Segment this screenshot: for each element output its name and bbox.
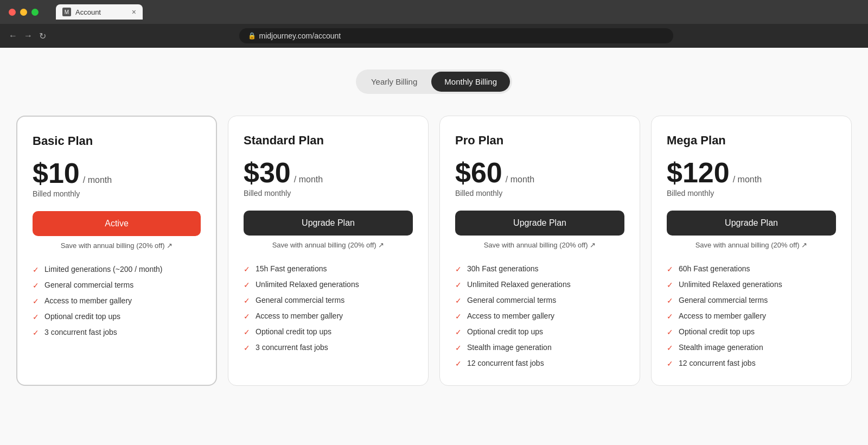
upgrade-plan-button[interactable]: Upgrade Plan — [244, 211, 413, 236]
billing-note: Billed monthly — [244, 189, 413, 198]
billing-toggle-section: Yearly Billing Monthly Billing — [11, 69, 857, 94]
plan-card-pro: Pro Plan $60 / month Billed monthly Upgr… — [439, 116, 640, 386]
feature-text: Optional credit top ups — [679, 327, 755, 336]
check-icon: ✓ — [455, 344, 462, 352]
back-button[interactable]: ← — [9, 31, 17, 41]
titlebar: M Account × — [0, 0, 868, 24]
yearly-billing-button[interactable]: Yearly Billing — [358, 72, 430, 92]
feature-item: ✓ 3 concurrent fast jobs — [244, 343, 413, 352]
feature-text: Unlimited Relaxed generations — [679, 280, 782, 289]
feature-item: ✓ 12 concurrent fast jobs — [667, 359, 836, 368]
price-period: / month — [506, 175, 534, 185]
check-icon: ✓ — [244, 296, 250, 305]
check-icon: ✓ — [244, 312, 250, 321]
feature-text: General commercial terms — [256, 296, 344, 304]
check-icon: ✓ — [33, 328, 39, 337]
features-list: ✓ 15h Fast generations ✓ Unlimited Relax… — [244, 264, 413, 352]
check-icon: ✓ — [667, 296, 673, 305]
monthly-billing-button[interactable]: Monthly Billing — [431, 72, 510, 92]
plan-price: $30 / month — [244, 158, 413, 187]
feature-item: ✓ Access to member gallery — [455, 312, 624, 321]
annual-save-text: Save with annual billing (20% off) ↗ — [455, 241, 624, 249]
plan-price: $10 / month — [33, 159, 201, 187]
feature-text: 12 concurrent fast jobs — [679, 359, 756, 367]
plan-price: $60 / month — [455, 158, 624, 187]
plan-name: Pro Plan — [455, 134, 624, 148]
feature-text: 3 concurrent fast jobs — [44, 328, 117, 336]
feature-text: Access to member gallery — [44, 296, 132, 305]
feature-text: Optional credit top ups — [44, 312, 120, 321]
browser-chrome: M Account × ← → ↻ 🔒 midjourney.com/accou… — [0, 0, 868, 48]
feature-text: General commercial terms — [467, 296, 556, 304]
plans-grid: Basic Plan $10 / month Billed monthly Ac… — [11, 116, 857, 386]
tab-title: Account — [75, 8, 101, 16]
feature-text: Access to member gallery — [256, 312, 343, 320]
forward-button[interactable]: → — [24, 31, 33, 41]
price-amount: $120 — [667, 158, 730, 187]
feature-item: ✓ General commercial terms — [455, 296, 624, 305]
feature-item: ✓ Stealth image generation — [667, 343, 836, 352]
upgrade-plan-button[interactable]: Upgrade Plan — [667, 211, 836, 236]
minimize-window-button[interactable] — [20, 9, 27, 16]
feature-item: ✓ Unlimited Relaxed generations — [667, 280, 836, 289]
plan-name: Standard Plan — [244, 134, 413, 148]
features-list: ✓ 30h Fast generations ✓ Unlimited Relax… — [455, 264, 624, 368]
plan-name: Basic Plan — [33, 134, 201, 148]
url-bar[interactable]: 🔒 midjourney.com/account — [239, 28, 673, 43]
check-icon: ✓ — [667, 328, 673, 336]
check-icon: ✓ — [667, 359, 673, 368]
price-period: / month — [294, 175, 323, 185]
check-icon: ✓ — [33, 281, 39, 290]
feature-item: ✓ General commercial terms — [244, 296, 413, 305]
feature-item: ✓ Optional credit top ups — [455, 327, 624, 336]
check-icon: ✓ — [455, 281, 462, 289]
price-period: / month — [83, 175, 112, 185]
check-icon: ✓ — [244, 265, 250, 274]
check-icon: ✓ — [455, 328, 462, 336]
feature-item: ✓ Access to member gallery — [667, 312, 836, 321]
feature-text: Limited generations (~200 / month) — [44, 265, 163, 274]
active-plan-button[interactable]: Active — [33, 211, 201, 236]
feature-item: ✓ 60h Fast generations — [667, 264, 836, 274]
billing-note: Billed monthly — [667, 189, 836, 198]
active-tab[interactable]: M Account × — [56, 4, 143, 20]
check-icon: ✓ — [455, 265, 462, 274]
feature-text: 15h Fast generations — [256, 264, 327, 273]
feature-text: 3 concurrent fast jobs — [256, 343, 328, 352]
feature-item: ✓ General commercial terms — [33, 281, 201, 290]
tab-close-button[interactable]: × — [132, 8, 136, 16]
check-icon: ✓ — [244, 281, 250, 289]
maximize-window-button[interactable] — [31, 9, 39, 16]
refresh-button[interactable]: ↻ — [39, 31, 46, 41]
feature-item: ✓ Unlimited Relaxed generations — [244, 280, 413, 289]
upgrade-plan-button[interactable]: Upgrade Plan — [455, 211, 624, 236]
check-icon: ✓ — [455, 312, 462, 321]
feature-item: ✓ 15h Fast generations — [244, 264, 413, 274]
feature-item: ✓ 3 concurrent fast jobs — [33, 328, 201, 337]
check-icon: ✓ — [244, 328, 250, 336]
check-icon: ✓ — [33, 297, 39, 306]
feature-item: ✓ Access to member gallery — [33, 296, 201, 306]
check-icon: ✓ — [667, 281, 673, 289]
feature-text: 60h Fast generations — [679, 264, 750, 273]
feature-item: ✓ 30h Fast generations — [455, 264, 624, 274]
url-text: midjourney.com/account — [259, 31, 341, 40]
feature-item: ✓ General commercial terms — [667, 296, 836, 305]
feature-item: ✓ Unlimited Relaxed generations — [455, 280, 624, 289]
close-window-button[interactable] — [9, 9, 16, 16]
annual-save-text: Save with annual billing (20% off) ↗ — [667, 241, 836, 249]
feature-text: Access to member gallery — [679, 312, 766, 320]
feature-text: 12 concurrent fast jobs — [467, 359, 544, 367]
feature-item: ✓ Optional credit top ups — [244, 327, 413, 336]
feature-item: ✓ Limited generations (~200 / month) — [33, 265, 201, 274]
check-icon: ✓ — [455, 359, 462, 368]
plan-card-standard: Standard Plan $30 / month Billed monthly… — [228, 116, 429, 386]
price-amount: $60 — [455, 158, 502, 187]
feature-text: Optional credit top ups — [256, 327, 331, 336]
address-bar-container: ← → ↻ 🔒 midjourney.com/account — [0, 24, 868, 48]
lock-icon: 🔒 — [248, 32, 256, 40]
price-amount: $10 — [33, 159, 80, 187]
annual-save-text: Save with annual billing (20% off) ↗ — [33, 241, 201, 250]
check-icon: ✓ — [667, 312, 673, 321]
feature-text: Optional credit top ups — [467, 327, 543, 336]
